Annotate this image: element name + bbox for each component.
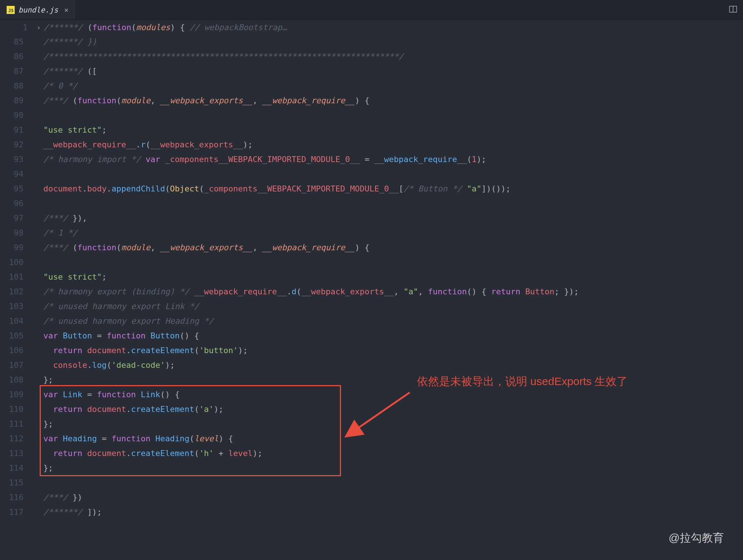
line-number: 95 (0, 182, 24, 196)
line-number-gutter: 8586878889909192939495969798991001011021… (0, 35, 33, 520)
line-number: 105 (0, 329, 24, 343)
line-number: 99 (0, 240, 24, 255)
code-line[interactable]: /***/ (function(module, __webpack_export… (43, 93, 743, 108)
code-line[interactable]: /***/ (function(module, __webpack_export… (43, 240, 743, 255)
line-number: 114 (0, 461, 24, 475)
js-file-icon: JS (7, 6, 15, 14)
breadcrumb-code: /******/ (function(modules) { // webpack… (44, 23, 287, 32)
line-number: 96 (0, 196, 24, 211)
code-editor: JS bundle.js × 1 › /******/ (function(mo… (0, 0, 743, 560)
breadcrumb[interactable]: 1 › /******/ (function(modules) { // web… (0, 20, 743, 35)
tab-filename: bundle.js (18, 6, 58, 14)
code-line[interactable]: /* unused harmony export Heading */ (43, 314, 743, 329)
line-number: 106 (0, 343, 24, 358)
code-line[interactable]: "use strict"; (43, 123, 743, 137)
code-line[interactable]: console.log('dead-code'); (43, 358, 743, 373)
line-number: 109 (0, 387, 24, 402)
code-line[interactable]: var Link = function Link() { (43, 387, 743, 402)
line-number: 116 (0, 490, 24, 505)
code-line[interactable]: }; (43, 417, 743, 431)
code-line[interactable]: /***/ }) (43, 490, 743, 505)
line-number: 85 (0, 35, 24, 49)
code-line[interactable]: return document.createElement('h' + leve… (43, 446, 743, 461)
line-number: 103 (0, 299, 24, 314)
code-line[interactable]: /* harmony export (binding) */ __webpack… (43, 284, 743, 299)
code-line[interactable]: }; (43, 373, 743, 387)
line-number: 94 (0, 167, 24, 182)
code-line[interactable] (43, 475, 743, 490)
code-line[interactable]: /* unused harmony export Link */ (43, 299, 743, 314)
line-number: 91 (0, 123, 24, 137)
code-line[interactable]: document.body.appendChild(Object(_compon… (43, 182, 743, 196)
code-line[interactable]: var Heading = function Heading(level) { (43, 431, 743, 446)
code-line[interactable]: /******/ }) (43, 35, 743, 49)
line-number: 108 (0, 373, 24, 387)
annotation-text: 依然是未被导出，说明 usedExports 生效了 (417, 374, 628, 389)
tab-bar: JS bundle.js × (0, 0, 743, 20)
chevron-right-icon[interactable]: › (37, 24, 41, 31)
close-icon[interactable]: × (64, 6, 68, 14)
code-line[interactable]: return document.createElement('a'); (43, 402, 743, 417)
line-number: 112 (0, 431, 24, 446)
line-number: 90 (0, 108, 24, 123)
code-area[interactable]: 8586878889909192939495969798991001011021… (0, 35, 743, 560)
line-number: 104 (0, 314, 24, 329)
code-line[interactable]: /* 0 */ (43, 79, 743, 93)
code-line[interactable]: return document.createElement('button'); (43, 343, 743, 358)
line-number: 93 (0, 152, 24, 167)
code-line[interactable] (43, 196, 743, 211)
tabbar-spacer (75, 0, 729, 19)
line-number: 97 (0, 211, 24, 226)
line-number: 88 (0, 79, 24, 93)
code-line[interactable]: /* 1 */ (43, 226, 743, 240)
code-line[interactable]: /***/ }), (43, 211, 743, 226)
line-number: 117 (0, 505, 24, 520)
code-line[interactable]: "use strict"; (43, 270, 743, 284)
line-number: 87 (0, 64, 24, 79)
split-editor-icon[interactable] (729, 5, 737, 15)
code-content[interactable]: /******/ })/****************************… (43, 35, 743, 520)
code-line[interactable]: /***************************************… (43, 49, 743, 64)
breadcrumb-line-number: 1 (23, 23, 28, 32)
line-number: 98 (0, 226, 24, 240)
code-line[interactable]: /******/ ]); (43, 505, 743, 520)
line-number: 115 (0, 475, 24, 490)
code-line[interactable]: var Button = function Button() { (43, 329, 743, 343)
line-number: 92 (0, 137, 24, 152)
code-line[interactable]: /* harmony import */ var _components__WE… (43, 152, 743, 167)
code-line[interactable] (43, 108, 743, 123)
code-line[interactable] (43, 255, 743, 270)
line-number: 113 (0, 446, 24, 461)
line-number: 101 (0, 270, 24, 284)
line-number: 111 (0, 417, 24, 431)
code-line[interactable]: /******/ ([ (43, 64, 743, 79)
line-number: 110 (0, 402, 24, 417)
watermark: @拉勾教育 (661, 527, 732, 549)
line-number: 89 (0, 93, 24, 108)
code-line[interactable]: __webpack_require__.r(__webpack_exports_… (43, 137, 743, 152)
code-line[interactable] (43, 167, 743, 182)
tab-bundle-js[interactable]: JS bundle.js × (0, 0, 75, 19)
line-number: 86 (0, 49, 24, 64)
code-line[interactable]: }; (43, 461, 743, 475)
line-number: 107 (0, 358, 24, 373)
line-number: 102 (0, 284, 24, 299)
line-number: 100 (0, 255, 24, 270)
